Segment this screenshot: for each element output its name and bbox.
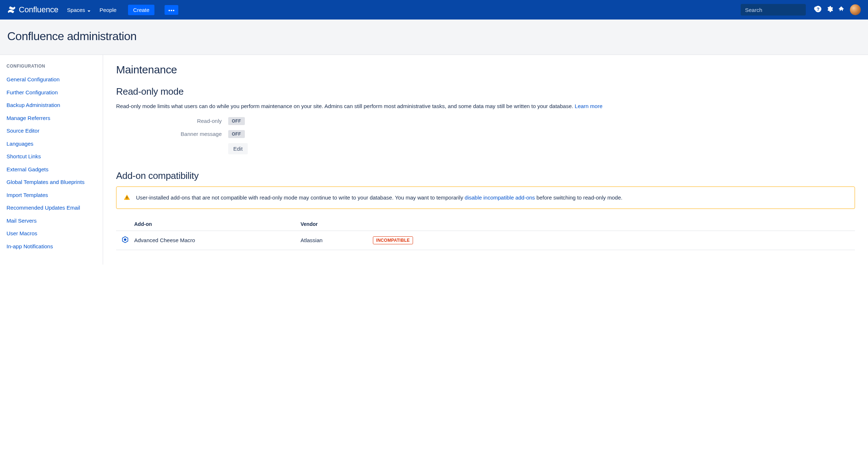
disable-addons-link[interactable]: disable incompatible add-ons bbox=[465, 194, 535, 201]
main-content: Maintenance Read-only mode Read-only mod… bbox=[103, 55, 868, 265]
banner-toggle-row: Banner message OFF bbox=[116, 130, 855, 138]
nav-spaces[interactable]: Spaces bbox=[67, 7, 91, 13]
addon-table: Add-on Vendor Advanced Cheese Macro Atla… bbox=[116, 218, 855, 250]
readonly-label: Read-only bbox=[116, 118, 228, 124]
help-button[interactable]: ? bbox=[812, 4, 824, 16]
help-icon: ? bbox=[814, 5, 822, 14]
main-title: Maintenance bbox=[116, 64, 855, 76]
create-button[interactable]: Create bbox=[128, 5, 154, 15]
search-box[interactable] bbox=[741, 4, 806, 16]
confluence-icon bbox=[7, 5, 16, 14]
banner-toggle[interactable]: OFF bbox=[228, 130, 245, 138]
sidebar-item-source-editor[interactable]: Source Editor bbox=[7, 124, 96, 137]
admin-sidebar: Configuration General Configuration Furt… bbox=[0, 55, 103, 265]
sidebar-item-shortcut-links[interactable]: Shortcut Links bbox=[7, 150, 96, 163]
search-input[interactable] bbox=[745, 7, 814, 13]
notification-icon bbox=[838, 6, 844, 14]
svg-rect-7 bbox=[127, 196, 127, 198]
readonly-toggle[interactable]: OFF bbox=[228, 117, 245, 125]
user-avatar[interactable] bbox=[850, 4, 861, 15]
page-header: Confluence administration bbox=[0, 20, 868, 55]
status-badge: INCOMPATIBLE bbox=[373, 236, 413, 244]
sidebar-item-import-templates[interactable]: Import Templates bbox=[7, 189, 96, 202]
page-title: Confluence administration bbox=[7, 30, 861, 43]
sidebar-item-global-templates[interactable]: Global Templates and Blueprints bbox=[7, 176, 96, 189]
sidebar-section-title: Configuration bbox=[7, 64, 96, 69]
svg-point-2 bbox=[173, 10, 174, 11]
svg-text:?: ? bbox=[817, 7, 820, 12]
readonly-heading: Read-only mode bbox=[116, 86, 855, 97]
ellipsis-icon bbox=[168, 7, 175, 13]
banner-label: Banner message bbox=[116, 131, 228, 137]
notifications-button[interactable] bbox=[835, 4, 847, 16]
nav-people[interactable]: People bbox=[99, 7, 116, 13]
warning-text: User-installed add-ons that are not comp… bbox=[136, 193, 622, 202]
product-name: Confluence bbox=[19, 5, 58, 14]
sidebar-item-general-configuration[interactable]: General Configuration bbox=[7, 73, 96, 86]
sidebar-item-in-app-notifications[interactable]: In-app Notifications bbox=[7, 240, 96, 253]
addon-name: Advanced Cheese Macro bbox=[134, 237, 301, 243]
settings-button[interactable] bbox=[824, 4, 835, 16]
addon-vendor: Atlassian bbox=[301, 237, 373, 243]
compatibility-warning: User-installed add-ons that are not comp… bbox=[116, 186, 855, 209]
sidebar-item-recommended-updates[interactable]: Recommended Updates Email bbox=[7, 201, 96, 214]
sidebar-item-backup-administration[interactable]: Backup Administration bbox=[7, 99, 96, 112]
gear-icon bbox=[826, 5, 833, 14]
column-addon: Add-on bbox=[134, 221, 301, 227]
addon-icon bbox=[122, 236, 129, 245]
sidebar-item-mail-servers[interactable]: Mail Servers bbox=[7, 214, 96, 227]
warning-icon bbox=[124, 194, 130, 202]
product-logo[interactable]: Confluence bbox=[7, 5, 58, 14]
top-navigation: Confluence Spaces People Create bbox=[0, 0, 868, 20]
sidebar-item-external-gadgets[interactable]: External Gadgets bbox=[7, 163, 96, 176]
svg-point-1 bbox=[171, 10, 172, 11]
primary-nav: Spaces People Create bbox=[67, 5, 178, 15]
readonly-description: Read-only mode limits what users can do … bbox=[116, 102, 855, 111]
edit-button[interactable]: Edit bbox=[228, 143, 248, 154]
addon-row[interactable]: Advanced Cheese Macro Atlassian INCOMPAT… bbox=[116, 231, 855, 250]
sidebar-item-user-macros[interactable]: User Macros bbox=[7, 227, 96, 240]
chevron-down-icon bbox=[87, 8, 91, 12]
compat-heading: Add-on compatibility bbox=[116, 170, 855, 181]
column-vendor: Vendor bbox=[301, 221, 373, 227]
sidebar-item-manage-referrers[interactable]: Manage Referrers bbox=[7, 112, 96, 125]
sidebar-item-further-configuration[interactable]: Further Configuration bbox=[7, 86, 96, 99]
svg-point-0 bbox=[169, 10, 170, 11]
sidebar-item-languages[interactable]: Languages bbox=[7, 137, 96, 150]
readonly-toggle-row: Read-only OFF bbox=[116, 117, 855, 125]
svg-rect-8 bbox=[127, 198, 127, 199]
more-actions-button[interactable] bbox=[165, 5, 178, 15]
learn-more-link[interactable]: Learn more bbox=[575, 103, 603, 109]
svg-point-10 bbox=[124, 239, 126, 240]
addon-table-header: Add-on Vendor bbox=[116, 218, 855, 231]
